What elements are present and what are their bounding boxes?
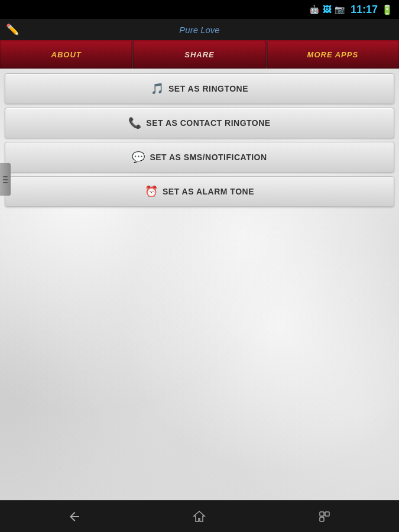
set-ringtone-label: SET AS RINGTONE [168,84,248,93]
tab-share[interactable]: SHARE [133,40,266,69]
gallery-status-icon: 🖼 [323,5,331,14]
tab-more-apps[interactable]: MORE APPS [267,40,399,69]
sms-icon: 💬 [132,151,145,164]
recents-icon [317,510,332,524]
tab-about[interactable]: ABOUT [0,40,133,69]
home-button[interactable] [186,506,212,527]
back-button[interactable] [61,506,87,527]
nav-tabs: ABOUT SHARE MORE APPS [0,40,399,69]
status-bar: 🤖 🖼 📷 11:17 🔋 [0,0,399,19]
app-title: Pure Love [179,25,219,35]
action-buttons: 🎵 SET AS RINGTONE 📞 SET AS CONTACT RINGT… [0,69,399,212]
battery-icon: 🔋 [381,4,393,15]
title-bar: ✏️ Pure Love [0,19,399,40]
scroll-line [3,182,8,183]
edit-icon[interactable]: ✏️ [6,23,19,36]
svg-rect-0 [320,512,324,516]
main-content: 🎵 SET AS RINGTONE 📞 SET AS CONTACT RINGT… [0,69,399,500]
home-icon [192,510,206,524]
ringtone-icon: 🎵 [151,82,164,95]
alarm-icon: ⏰ [145,185,158,198]
set-ringtone-button[interactable]: 🎵 SET AS RINGTONE [5,73,394,104]
set-contact-ringtone-button[interactable]: 📞 SET AS CONTACT RINGTONE [5,108,394,138]
set-contact-ringtone-label: SET AS CONTACT RINGTONE [146,118,270,128]
camera-status-icon: 📷 [335,5,345,14]
recents-button[interactable] [312,506,338,527]
status-right: 🤖 🖼 📷 11:17 🔋 [309,4,393,16]
scroll-line [3,176,8,177]
back-icon [67,510,82,524]
scroll-line [3,179,8,180]
time-display: 11:17 [351,4,378,16]
set-alarm-tone-button[interactable]: ⏰ SET AS ALARM TONE [5,176,394,207]
set-sms-notification-label: SET AS SMS/NOTIFICATION [150,153,267,162]
bottom-navigation-bar [0,500,399,532]
set-sms-notification-button[interactable]: 💬 SET AS SMS/NOTIFICATION [5,142,394,173]
scroll-handle[interactable] [0,163,11,196]
contact-ringtone-icon: 📞 [128,116,141,129]
android-status-icon: 🤖 [309,5,319,14]
svg-rect-1 [325,512,329,516]
set-alarm-tone-label: SET AS ALARM TONE [163,187,254,196]
svg-rect-2 [320,517,324,521]
